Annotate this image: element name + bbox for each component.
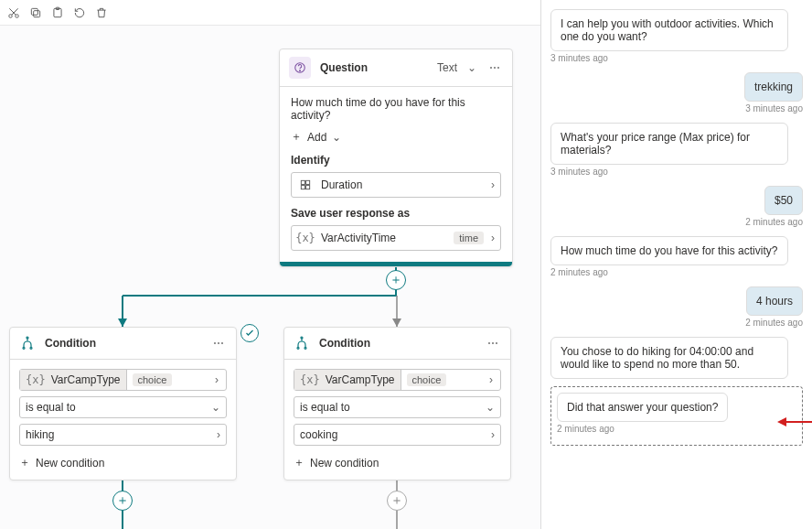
node-more-button[interactable]: ⋯ — [486, 61, 503, 74]
variable-type-chip: time — [454, 232, 484, 244]
authoring-canvas[interactable]: Question Text ⌄ ⋯ How much time do you h… — [0, 26, 540, 529]
chevron-right-icon: › — [208, 373, 226, 386]
bot-message: You chose to do hiking for 04:00:00 and … — [550, 337, 788, 379]
message-text: trekking — [754, 81, 793, 93]
node-more-button[interactable]: ⋯ — [485, 337, 501, 350]
timestamp: 2 minutes ago — [557, 424, 796, 434]
svg-point-20 — [23, 347, 25, 349]
condition-node-2[interactable]: Condition ⋯ {x} VarCampType choice › is … — [283, 327, 511, 480]
svg-point-24 — [304, 347, 306, 349]
chevron-right-icon: › — [491, 178, 495, 191]
condition-variable-picker[interactable]: {x} VarCampType choice › — [19, 369, 227, 391]
user-message: trekking — [744, 72, 803, 102]
callout-arrow-icon — [777, 416, 812, 428]
new-condition-button[interactable]: ＋ New condition — [19, 451, 227, 470]
validation-check-icon — [240, 324, 259, 342]
paste-icon[interactable] — [51, 6, 64, 19]
app-root: Question Text ⌄ ⋯ How much time do you h… — [0, 0, 812, 529]
timestamp: 2 minutes ago — [550, 267, 803, 277]
node-more-button[interactable]: ⋯ — [210, 337, 227, 350]
condition-body: {x} VarCampType choice › is equal to ⌄ h… — [10, 360, 236, 480]
bot-message: What's your price range (Max price) for … — [550, 123, 788, 165]
message-text: You chose to do hiking for 04:00:00 and … — [561, 345, 753, 371]
bot-message: Did that answer your question? — [557, 393, 728, 422]
save-variable-picker[interactable]: {x} VarActivityTime time › — [291, 225, 501, 251]
message-text: How much time do you have for this activ… — [561, 244, 777, 257]
add-node-button[interactable]: ＋ — [386, 270, 406, 290]
copy-icon[interactable] — [29, 6, 42, 19]
condition-title: Condition — [45, 337, 201, 350]
question-node[interactable]: Question Text ⌄ ⋯ How much time do you h… — [279, 49, 513, 267]
question-body: How much time do you have for this activ… — [280, 87, 512, 262]
question-title: Question — [320, 61, 428, 74]
chevron-right-icon: › — [491, 232, 495, 244]
branch-icon — [294, 335, 310, 351]
variable-icon: {x} — [300, 373, 320, 386]
condition-value: hiking — [26, 428, 54, 441]
confirmation-frame: Did that answer your question? 2 minutes… — [550, 386, 803, 446]
user-message: 4 hours — [746, 286, 803, 316]
variable-icon: {x} — [297, 230, 314, 246]
svg-rect-16 — [306, 180, 310, 184]
variable-name: VarCampType — [326, 373, 395, 386]
timestamp: 3 minutes ago — [550, 103, 803, 113]
svg-rect-3 — [34, 10, 40, 16]
identify-picker[interactable]: Duration › — [291, 172, 501, 198]
svg-marker-26 — [777, 417, 786, 426]
new-condition-label: New condition — [310, 457, 379, 470]
svg-rect-18 — [306, 186, 310, 189]
new-condition-button[interactable]: ＋ New condition — [294, 451, 501, 470]
svg-marker-8 — [118, 318, 127, 327]
message-text: $50 — [775, 194, 793, 207]
chevron-down-icon: ⌄ — [211, 401, 220, 414]
question-header: Question Text ⌄ ⋯ — [280, 49, 512, 87]
redo-icon[interactable] — [73, 6, 86, 19]
plus-icon: ＋ — [294, 455, 304, 470]
bot-message: I can help you with outdoor activities. … — [550, 9, 788, 51]
operator-value: is equal to — [300, 401, 350, 414]
variable-pill: {x} VarCampType — [294, 370, 401, 390]
user-message: $50 — [764, 186, 803, 215]
chevron-right-icon: › — [491, 428, 495, 441]
chevron-down-icon: ⌄ — [486, 401, 495, 414]
condition-value-picker[interactable]: cooking › — [294, 424, 501, 446]
variable-icon: {x} — [26, 373, 46, 386]
svg-point-14 — [300, 70, 301, 71]
chevron-right-icon: › — [482, 373, 500, 386]
chevron-right-icon: › — [217, 428, 220, 441]
variable-pill: {x} VarCampType — [20, 370, 127, 390]
condition-operator-picker[interactable]: is equal to ⌄ — [19, 396, 227, 418]
condition-title: Condition — [319, 337, 475, 350]
condition-node-1[interactable]: Condition ⋯ {x} VarCampType choice › is … — [9, 327, 237, 480]
timestamp: 3 minutes ago — [550, 167, 803, 177]
delete-icon[interactable] — [95, 6, 108, 19]
condition-value-picker[interactable]: hiking › — [19, 424, 227, 446]
identify-section-label: Identify — [291, 154, 501, 167]
variable-name: VarCampType — [51, 373, 121, 386]
cut-icon[interactable] — [7, 6, 20, 19]
condition-value: cooking — [300, 428, 337, 441]
add-label: Add — [307, 131, 326, 144]
condition-operator-picker[interactable]: is equal to ⌄ — [294, 396, 501, 418]
add-node-button[interactable]: ＋ — [387, 491, 407, 511]
new-condition-label: New condition — [36, 457, 104, 470]
condition-body: {x} VarCampType choice › is equal to ⌄ c… — [284, 360, 510, 480]
timestamp: 2 minutes ago — [550, 318, 803, 328]
test-chat-panel: I can help you with outdoor activities. … — [540, 0, 812, 529]
chevron-down-icon: ⌄ — [332, 131, 341, 144]
svg-rect-2 — [31, 8, 37, 15]
add-node-button[interactable]: ＋ — [112, 491, 133, 511]
variable-type-chip: choice — [407, 373, 447, 386]
save-section-label: Save user response as — [291, 207, 501, 220]
message-text: What's your price range (Max price) for … — [561, 131, 750, 157]
variable-name: VarActivityTime — [321, 232, 446, 244]
operator-value: is equal to — [26, 401, 76, 414]
chevron-down-icon[interactable]: ⌄ — [466, 61, 477, 74]
add-message-button[interactable]: ＋ Add ⌄ — [291, 129, 501, 145]
question-prompt-text: How much time do you have for this activ… — [291, 96, 501, 122]
svg-point-21 — [30, 347, 32, 349]
svg-marker-10 — [392, 318, 401, 327]
plus-icon: ＋ — [19, 455, 30, 470]
condition-variable-picker[interactable]: {x} VarCampType choice › — [294, 369, 501, 391]
question-icon — [289, 57, 311, 79]
